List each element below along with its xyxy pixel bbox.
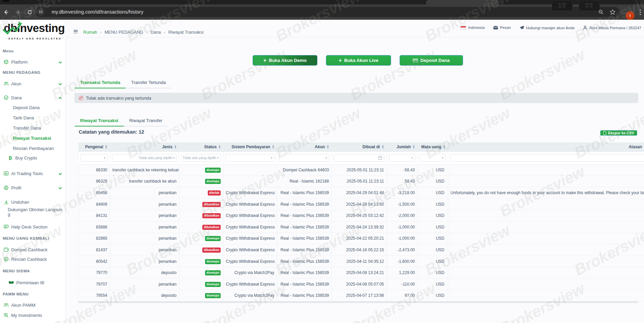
sidebar-item-deposit-dana[interactable]: Deposit Dana	[0, 102, 66, 113]
filter-select[interactable]: ▾	[389, 154, 415, 162]
sidebar-item-dana[interactable]: Dana	[0, 92, 66, 103]
table-row[interactable]: 79707penarikandisetujuiCrypto Withdrawal…	[78, 278, 644, 290]
breadcrumb-item[interactable]: MENU PEDAGANG	[105, 30, 143, 35]
col-header-jumlah[interactable]: Jumlah▲▼	[387, 142, 418, 151]
platform-icon	[3, 59, 9, 65]
sidebar-item-dompet-cashback[interactable]: Dompet Cashback	[0, 244, 66, 255]
sidebar-item-my-investments[interactable]: My Investments	[0, 310, 66, 320]
export-csv-button[interactable]: Ekspor ke CSV	[600, 130, 637, 136]
open-live-account-button[interactable]: +Buka Akun Live	[326, 55, 391, 66]
cell-jenis: penarikan	[110, 256, 179, 267]
status-badge: dibatalkan	[202, 202, 221, 207]
sidebar-item-platform[interactable]: Platform	[0, 57, 66, 67]
sidebar-item-dukungan-obrolan-langsung[interactable]: Dukungan Obrolan Langsung	[0, 207, 63, 217]
hamburger-menu-icon[interactable]	[74, 30, 78, 33]
sidebar-item-help-desk-section[interactable]: Help Desk Section	[0, 222, 66, 232]
table-row[interactable]: 79554depositodisetujuiCrypto via Match2P…	[78, 290, 644, 302]
status-badge: dibatalkan	[202, 213, 221, 218]
browser-active-tab[interactable]	[426, 0, 499, 4]
language-label: Indonesia	[468, 26, 485, 30]
clock-widget-hours: 10	[552, 0, 573, 11]
sidebar-item-unduhan[interactable]: Unduhan	[0, 197, 66, 207]
language-selector[interactable]: Indonesia	[460, 26, 485, 30]
col-header-akun[interactable]: Akun▲▼	[277, 142, 332, 151]
sort-icon: ▲▼	[218, 145, 221, 149]
col-header-pengenal[interactable]: Pengenal▲▼	[78, 142, 110, 151]
cell-dibuat: 2025-04-25 03:12:42	[332, 210, 387, 221]
table-row[interactable]: 82865penarikandisetujuiCrypto Withdrawal…	[78, 233, 644, 244]
cell-jenis: penarikan	[110, 210, 179, 221]
filter-select[interactable]: ▾	[420, 154, 446, 162]
cell-jumlah: -1,600.00	[387, 256, 418, 267]
sidebar-item-ai-trading-tools[interactable]: AIAI Trading Tools	[0, 168, 66, 178]
back-icon[interactable]	[3, 4, 9, 20]
filter-select[interactable]: ▾	[225, 154, 275, 162]
table-row[interactable]: 80542penarikandisetujuiCrypto Withdrawal…	[78, 256, 644, 267]
cell-dibuat: 2025-04-08 13:24:21	[332, 267, 387, 278]
cell-jumlah: -3,218.00	[387, 187, 418, 199]
sidebar-item-rincian-cashback[interactable]: $Rincian Cashback	[0, 254, 66, 264]
breadcrumb-item[interactable]: Riwayat Transaksi	[168, 30, 204, 35]
sidebar-item-permintaan-ib[interactable]: Permintaan IB	[0, 277, 66, 288]
breadcrumb-item[interactable]: Dana	[150, 30, 161, 35]
table-row[interactable]: 81437penarikandibatalkanCrypto Withdrawa…	[78, 244, 644, 256]
table-row[interactable]: 84131penarikandibatalkanCrypto Withdrawa…	[78, 210, 644, 221]
filter-select[interactable]: ▾	[279, 154, 329, 162]
contact-manager-link[interactable]: Hubungi manajer akun Anda	[519, 26, 575, 30]
browser-avatar[interactable]: I	[626, 11, 634, 20]
tab-transaksi-tertunda[interactable]: Transaksi Tertunda	[75, 78, 126, 88]
btc-icon: ₿	[7, 155, 13, 160]
three-dot-menu-icon[interactable]	[640, 4, 641, 20]
table-row[interactable]: 84909penarikandibatalkanCrypto Withdrawa…	[78, 199, 644, 210]
filter-date[interactable]	[334, 154, 384, 162]
sidebar-item-buy-crypto[interactable]: ₿Buy Crypto	[0, 153, 66, 163]
no-pending-alert-text: Tidak ada transaksi yang tertunda	[86, 96, 151, 101]
user-menu[interactable]: Roni Meisa Permana / 263247	[583, 26, 641, 30]
sidebar-item-transfer-dana[interactable]: Transfer Dana	[0, 123, 66, 133]
sidebar-item-riwayat-transaksi[interactable]: Riwayat Transaksi	[0, 133, 66, 143]
tab-riwayat-transfer[interactable]: Riwayat Transfer	[124, 116, 168, 126]
url-bar[interactable]: my.dbinvesting.com/id/transactions/histo…	[35, 7, 620, 17]
table-row[interactable]: 85458penarikanditolakCrypto Withdrawal E…	[78, 187, 644, 199]
table-row[interactable]: 79770depositodisetujuiCrypto via Match2P…	[78, 267, 644, 278]
tab-transfer-tertunda[interactable]: Transfer Tertunda	[126, 78, 171, 88]
sidebar-item-akun[interactable]: Akun	[0, 79, 66, 89]
filter-select[interactable]: Tidak ada yang dipilih▾	[181, 154, 221, 162]
svg-text:₿: ₿	[8, 155, 12, 160]
app-logo[interactable]: dbinvesting ·SAFELY AND REGULATED·	[3, 20, 64, 41]
open-demo-account-button[interactable]: +Buka Akun Demo	[253, 55, 317, 66]
table-row[interactable]: 83888penarikandibatalkanCrypto Withdrawa…	[78, 221, 644, 233]
col-header-dibuat-di[interactable]: Dibuat di▲▼	[332, 142, 387, 151]
tab-riwayat-transaksi[interactable]: Riwayat Transaksi	[75, 116, 124, 126]
site-info-icon[interactable]	[37, 8, 44, 16]
sidebar-item-rincian-pembayaran[interactable]: Rincian Pembayaran	[0, 143, 66, 153]
table-row[interactable]: 86330transfer cashback ke rekening kelua…	[78, 164, 644, 176]
col-header-mata-uang[interactable]: Mata uang▲▼	[418, 142, 448, 151]
cell-pengenal: 86330	[78, 164, 110, 176]
sort-icon: ▲▼	[327, 145, 329, 149]
status-badge: ditolak	[208, 190, 221, 196]
messages-link[interactable]: Pesan	[493, 26, 511, 30]
col-header-alasan[interactable]: Alasan▲▼	[448, 142, 644, 151]
breadcrumb-item[interactable]: Rumah	[83, 30, 97, 35]
table-row[interactable]: 86329transfer cashback ke akundisetujuiR…	[78, 176, 644, 187]
col-header-jenis[interactable]: Jenis▲▼	[110, 142, 179, 151]
cell-akun: Real - Islamic Plus 158539	[277, 233, 332, 244]
sidebar-item-akun-pamm[interactable]: Akun PAMM	[0, 300, 66, 310]
filter-input[interactable]	[450, 154, 644, 162]
no-pending-alert: Tidak ada transaksi yang tertunda	[74, 93, 638, 103]
filter-select[interactable]: Tidak ada yang dipilih▾	[112, 154, 177, 162]
url-text[interactable]: my.dbinvesting.com/id/transactions/histo…	[52, 9, 143, 15]
bookmark-star-icon[interactable]	[610, 7, 615, 17]
forward-icon[interactable]	[15, 4, 21, 20]
col-header-status[interactable]: Status▲▼	[179, 142, 223, 151]
filter-select[interactable]: ▾	[80, 154, 108, 162]
sidebar-item-tarik-dana[interactable]: Tarik Dana	[0, 113, 66, 123]
cell-alasan	[448, 233, 644, 244]
reload-icon[interactable]	[27, 4, 33, 20]
chevron-down-icon	[58, 185, 62, 190]
deposit-funds-button[interactable]: Deposit Dana	[400, 55, 463, 66]
horizontal-scrollbar[interactable]	[78, 301, 638, 303]
sidebar-item-profil[interactable]: Profil	[0, 183, 66, 193]
col-header-sistem-pembayaran[interactable]: Sistem Pembayaran▲▼	[223, 142, 277, 151]
